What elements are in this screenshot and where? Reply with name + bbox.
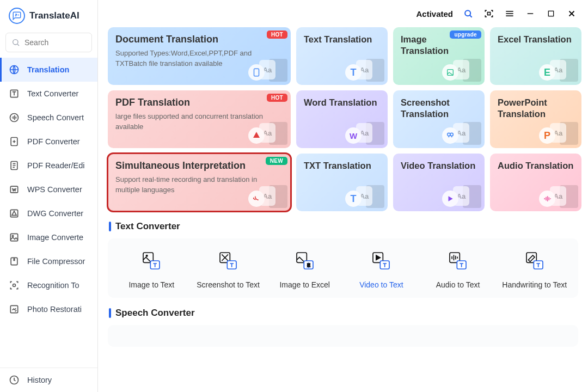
close-icon[interactable] [566, 8, 577, 19]
logo-icon [9, 8, 25, 24]
svg-point-28 [450, 133, 453, 136]
app-name: TranslateAI [29, 10, 79, 21]
tool-image-to-text[interactable]: Image to Text [113, 249, 190, 290]
card-title: Excel Translation [498, 34, 574, 45]
sidebar-item-speech-convert[interactable]: Speech Convert [0, 106, 97, 130]
wave-icon [9, 112, 20, 123]
sidebar-item-label: Image Converte [27, 233, 83, 242]
card-title: PDF Translation [115, 97, 283, 108]
sidebar-item-label: PDF Reader/Edi [27, 161, 85, 170]
tool-label: Audio to Text [420, 280, 497, 290]
card-screenshot-translation[interactable]: Screenshot Translation Aa [393, 90, 485, 148]
sidebar-item-file-compressor[interactable]: File Compressor [0, 249, 97, 273]
card-pdf-translation[interactable]: HOT PDF Translation large files supporte… [108, 90, 291, 148]
sidebar-item-photo-restoration[interactable]: Photo Restorati [0, 297, 97, 321]
card-simultaneous-interpretation[interactable]: NEW Simultaneous Interpretation Support … [108, 154, 291, 211]
card-deco: AaP [539, 112, 578, 145]
card-title: Video Translation [401, 160, 477, 171]
maximize-icon[interactable] [546, 8, 556, 19]
section-bar [109, 308, 111, 318]
image-to-excel-icon: E [293, 249, 316, 272]
sidebar-item-recognition[interactable]: Recognition To [0, 273, 97, 297]
svg-rect-22 [548, 11, 553, 16]
cards-row-1: HOT Document Translation Supported Types… [108, 27, 578, 85]
tool-audio-to-text[interactable]: Audio to Text [420, 249, 497, 290]
card-txt-translation[interactable]: TXT Translation AaT [296, 154, 388, 211]
badge-new: NEW [266, 157, 287, 165]
card-video-translation[interactable]: Video Translation Aa [393, 154, 485, 211]
sidebar-item-wps-converter[interactable]: WPS Converter [0, 177, 97, 201]
svg-point-10 [12, 235, 14, 237]
sidebar-item-image-converter[interactable]: Image Converte [0, 225, 97, 249]
audio-to-text-icon [446, 249, 469, 272]
sidebar-item-dwg-converter[interactable]: DWG Converter [0, 201, 97, 225]
tool-label: Image to Text [113, 280, 190, 290]
card-text-translation[interactable]: Text Translation AaT [296, 27, 388, 85]
card-deco: Aa [248, 175, 287, 208]
svg-rect-25 [254, 69, 259, 76]
globe-icon [9, 64, 20, 75]
sidebar-item-label: Speech Convert [27, 113, 84, 122]
tool-screenshot-to-text[interactable]: Screenshot to Text [190, 249, 267, 290]
tool-image-to-excel[interactable]: E Image to Excel [266, 249, 343, 290]
search-input-box[interactable] [5, 33, 92, 52]
card-deco: Aa [442, 112, 481, 145]
sidebar-item-label: Translation [27, 65, 69, 74]
tool-video-to-text[interactable]: Video to Text [343, 249, 420, 290]
sidebar-item-label: Photo Restorati [27, 305, 82, 314]
screenshot-to-text-icon [217, 249, 240, 272]
card-deco: AaE [539, 49, 578, 82]
card-deco: Aa [248, 49, 287, 82]
search-icon [11, 38, 20, 47]
pdf-icon [9, 136, 20, 147]
badge-upgrade: upgrade [450, 30, 481, 39]
svg-text:E: E [307, 262, 310, 268]
svg-line-1 [17, 44, 19, 46]
card-audio-translation[interactable]: Audio Translation Aa [490, 154, 581, 211]
sidebar-item-label: Recognition To [27, 281, 79, 290]
card-deco: AaT [345, 49, 384, 82]
card-title: Simultaneous Interpretation [115, 160, 283, 171]
screenshot-icon[interactable] [483, 8, 494, 19]
topbar: Activated [108, 0, 578, 27]
main-content: Activated HOT Document Translation Suppo… [98, 0, 588, 392]
section-header-text-converter: Text Converter [109, 221, 578, 232]
section-header-speech-converter: Speech Converter [109, 308, 578, 318]
card-word-translation[interactable]: Word Translation AaW [296, 90, 388, 148]
sidebar-item-translation[interactable]: Translation [0, 58, 97, 82]
card-deco: Aa [442, 175, 481, 208]
section-title: Text Converter [115, 221, 180, 232]
tool-handwriting-to-text[interactable]: Handwriting to Text [496, 249, 573, 290]
card-powerpoint-translation[interactable]: PowerPoint Translation AaP [490, 90, 581, 148]
sidebar-item-pdf-converter[interactable]: PDF Converter [0, 130, 97, 154]
svg-point-12 [13, 284, 16, 287]
tool-label: Handwriting to Text [496, 280, 573, 290]
search-top-icon[interactable] [463, 8, 474, 19]
card-deco: Aa [442, 49, 481, 82]
image-icon [9, 232, 20, 243]
card-desc: Support real-time recording and translat… [115, 175, 263, 195]
sidebar-item-history[interactable]: History [0, 368, 97, 392]
card-document-translation[interactable]: HOT Document Translation Supported Types… [108, 27, 291, 85]
history-icon [9, 375, 20, 385]
cards-row-3: NEW Simultaneous Interpretation Support … [108, 154, 578, 211]
sidebar-item-text-converter[interactable]: Text Converter [0, 82, 97, 106]
minimize-icon[interactable] [525, 8, 536, 19]
sidebar-item-label: DWG Converter [27, 209, 83, 218]
cards-row-2: HOT PDF Translation large files supporte… [108, 90, 578, 148]
card-title: TXT Translation [304, 160, 380, 171]
dwg-icon [9, 208, 20, 219]
compress-icon [9, 256, 20, 267]
card-excel-translation[interactable]: Excel Translation AaE [490, 27, 581, 85]
sidebar-item-label: File Compressor [27, 257, 85, 266]
sidebar-item-label: WPS Converter [27, 185, 82, 194]
sidebar-item-pdf-reader[interactable]: PDF Reader/Edi [0, 154, 97, 177]
section-bar [109, 222, 111, 231]
sidebar: TranslateAI Translation Text Converter S… [0, 0, 98, 392]
card-title: Text Translation [304, 34, 380, 45]
menu-icon[interactable] [504, 8, 515, 19]
card-image-translation[interactable]: upgrade Image Translation Aa [393, 27, 485, 85]
search-input[interactable] [24, 38, 86, 47]
nav-list: Translation Text Converter Speech Conver… [0, 58, 97, 367]
svg-point-30 [146, 255, 148, 257]
